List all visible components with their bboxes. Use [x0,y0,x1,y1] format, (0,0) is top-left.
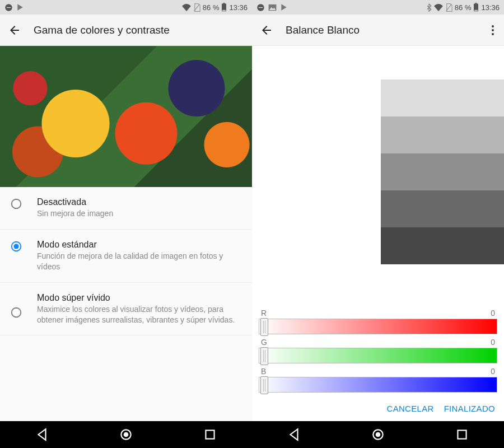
slider-value-g: 0 [491,338,495,347]
option-title: Desactivada [37,197,242,207]
navigation-bar [0,421,252,448]
battery-icon [221,3,227,12]
cancel-button[interactable]: CANCELAR [387,404,434,413]
svg-point-21 [492,29,494,31]
wifi-icon [434,4,443,11]
svg-point-8 [13,244,18,249]
clock: 13:36 [481,3,500,12]
option-title: Modo súper vívido [37,293,242,303]
radio-icon [10,198,22,210]
navigation-bar [252,421,504,448]
slider-value-r: 0 [491,309,495,318]
back-button[interactable] [8,24,21,37]
dialog-actions: CANCELAR FINALIZADO [252,396,504,421]
option-subtitle: Maximice los colores al visualizar fotos… [37,304,242,325]
svg-point-24 [376,432,381,437]
preview-image [0,46,252,187]
slider-g: G 0 [259,338,497,363]
slider-value-b: 0 [491,367,495,376]
bluetooth-icon [426,3,432,12]
svg-rect-14 [259,7,263,7]
status-bar: 86 % 13:36 [252,0,504,15]
play-store-icon [280,3,288,11]
nav-home-button[interactable] [371,427,385,442]
image-icon [268,4,277,11]
radio-icon [10,306,22,319]
slider-track-g[interactable] [259,348,497,363]
option-title: Modo estándar [37,240,242,250]
slider-label-r: R [261,309,267,318]
option-subtitle: Sin mejora de imagen [37,208,242,219]
option-subtitle: Función de mejora de la calidad de image… [37,251,242,272]
option-disabled[interactable]: Desactivada Sin mejora de imagen [0,187,252,230]
battery-percent: 86 % [203,3,220,12]
slider-label-b: B [261,367,266,376]
dnd-icon [256,3,265,12]
radio-icon-selected [10,240,22,253]
nav-recent-button[interactable] [203,427,217,442]
option-standard[interactable]: Modo estándar Función de mejora de la ca… [0,230,252,283]
back-button[interactable] [260,24,273,37]
nav-recent-button[interactable] [455,427,469,442]
svg-point-22 [492,33,494,35]
svg-point-6 [12,199,21,209]
slider-thumb-b[interactable] [260,376,268,394]
phone-left: 86 % 13:36 Gama de colores y contraste D… [0,0,252,448]
svg-point-20 [492,25,494,27]
nav-back-button[interactable] [287,427,301,442]
toolbar: Balance Blanco [252,15,504,46]
battery-percent: 86 % [455,3,472,12]
page-title: Gama de colores y contraste [34,24,248,36]
svg-rect-18 [475,3,477,4]
svg-rect-5 [222,10,226,11]
slider-label-g: G [261,338,267,347]
color-mode-list: Desactivada Sin mejora de imagen Modo es… [0,187,252,421]
status-bar: 86 % 13:36 [0,0,252,15]
nav-back-button[interactable] [35,427,49,442]
white-balance-preview [252,46,504,306]
svg-point-9 [12,307,21,317]
slider-track-r[interactable] [259,319,497,334]
play-store-icon [16,3,24,11]
battery-icon [473,3,479,12]
option-super-vivid[interactable]: Modo súper vívido Maximice los colores a… [0,283,252,336]
done-button[interactable]: FINALIZADO [444,404,495,413]
overflow-menu-button[interactable] [486,24,500,37]
svg-rect-25 [458,430,466,438]
grayscale-steps [381,80,504,264]
toolbar: Gama de colores y contraste [0,15,252,46]
no-sim-icon [193,3,200,12]
svg-rect-19 [474,10,478,11]
slider-r: R 0 [259,309,497,334]
slider-track-b[interactable] [259,377,497,393]
svg-rect-1 [7,7,11,7]
slider-thumb-g[interactable] [260,347,268,365]
slider-thumb-r[interactable] [260,318,268,336]
dnd-icon [4,3,13,12]
clock: 13:36 [229,3,248,12]
nav-home-button[interactable] [119,427,133,442]
no-sim-icon [445,3,452,12]
svg-point-11 [124,432,129,437]
svg-rect-12 [206,430,214,438]
svg-rect-4 [223,3,225,4]
slider-b: B 0 [259,367,497,393]
page-title: Balance Blanco [286,24,486,36]
wifi-icon [182,4,191,11]
phone-right: 86 % 13:36 Balance Blanco R 0 [252,0,504,448]
rgb-sliders: R 0 G 0 B 0 [252,306,504,396]
